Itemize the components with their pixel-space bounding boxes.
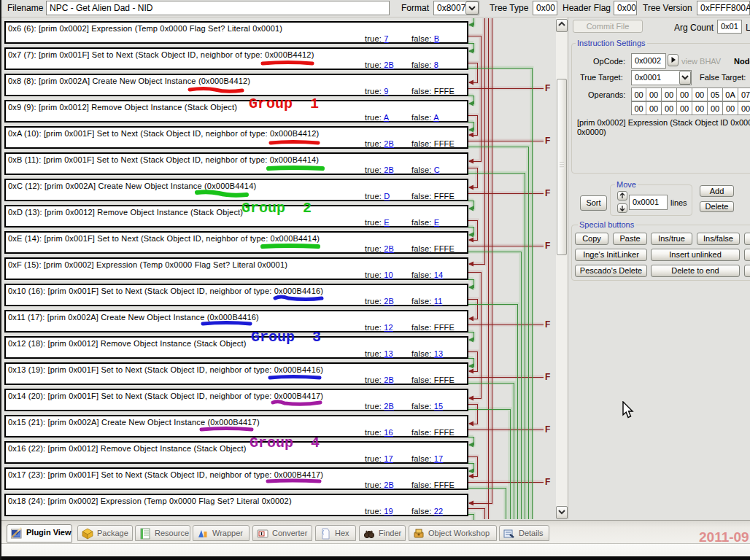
svg-text:Group 2: Group 2 <box>241 200 312 217</box>
svg-text:Group 4: Group 4 <box>250 435 320 451</box>
svg-text:Group 3: Group 3 <box>251 329 321 346</box>
svg-text:Group 1: Group 1 <box>249 96 319 112</box>
